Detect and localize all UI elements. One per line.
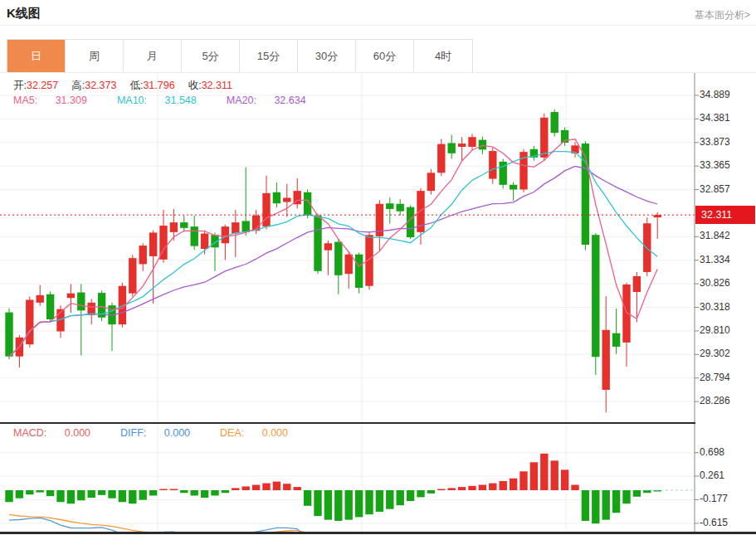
price-chart-canvas[interactable]	[0, 73, 756, 423]
last-price-badge: 32.311	[695, 206, 755, 224]
close-value: 32.311	[202, 80, 232, 91]
ma20-readout: MA20: 32.634	[227, 95, 321, 106]
candle-body	[201, 234, 208, 249]
macd-bar	[129, 490, 136, 503]
candle-body	[242, 221, 250, 231]
macd-bar	[582, 490, 589, 521]
period-tabs: 日周月5分15分30分60分4时	[7, 39, 473, 73]
open-label: 开:	[13, 80, 27, 91]
ma5-line	[9, 139, 657, 357]
candle-body	[191, 226, 198, 246]
candle-body	[67, 294, 75, 299]
tab-week[interactable]: 周	[66, 40, 124, 72]
macd-bar	[262, 484, 270, 490]
candle-body	[540, 118, 548, 158]
macd-bar	[159, 489, 167, 491]
macd-bar	[324, 490, 332, 520]
candle-body	[448, 143, 456, 153]
macd-bar	[232, 488, 239, 490]
macd-bar	[304, 490, 311, 506]
macd-bar	[16, 490, 23, 499]
candle-body	[129, 258, 136, 293]
axis-tick-label: 33.873	[700, 136, 730, 148]
tab-month[interactable]: 月	[124, 40, 182, 72]
close-label: 收:	[188, 80, 202, 91]
low-value: 31.796	[143, 80, 174, 91]
candle-body	[180, 222, 188, 228]
tab-5min[interactable]: 5分	[182, 40, 240, 72]
high-label: 高:	[71, 80, 85, 91]
macd-bar	[612, 490, 620, 513]
open-value: 32.257	[27, 80, 58, 91]
candle-body	[283, 197, 290, 202]
macd-bar	[119, 490, 126, 502]
candle-body	[612, 333, 620, 347]
macd-bar	[139, 490, 147, 500]
high-value: 32.373	[85, 80, 116, 91]
macd-chart-canvas[interactable]	[0, 424, 756, 532]
macd-bar	[448, 488, 456, 490]
macd-bar	[294, 487, 301, 490]
tab-4hour[interactable]: 4时	[414, 40, 472, 72]
candle-body	[633, 276, 641, 292]
candle-body	[397, 204, 404, 212]
macd-bar	[479, 485, 486, 490]
macd-bar	[622, 490, 630, 503]
macd-bar	[67, 490, 75, 503]
ma20-line	[9, 167, 657, 357]
macd-bar	[540, 454, 548, 490]
macd-bar	[510, 479, 517, 490]
axis-tick-label: -0.177	[700, 493, 728, 504]
candle-body	[345, 255, 353, 274]
macd-bar	[376, 490, 383, 512]
tab-day[interactable]: 日	[7, 40, 66, 72]
macd-bar	[602, 490, 610, 520]
macd-bar	[149, 490, 157, 495]
macd-bar	[108, 490, 115, 499]
candle-body	[602, 330, 610, 390]
axis-tick-label: 30.826	[700, 277, 730, 289]
candle-body	[37, 295, 44, 303]
macd-value-readout: MACD: 0.000	[13, 427, 105, 439]
kline-page: K线图 基本面分析> 日周月5分15分30分60分4时 开:32.257高:32…	[0, 0, 756, 535]
axis-tick-label: 33.365	[700, 159, 730, 171]
axis-tick-label: 32.857	[700, 183, 730, 195]
candle-body	[622, 285, 630, 343]
axis-tick-label: 0.698	[700, 446, 724, 458]
macd-readout: MACD: 0.000DIFF: 0.000DEA: 0.000	[13, 427, 318, 439]
macd-bar	[56, 490, 64, 502]
macd-bar	[5, 490, 12, 502]
macd-bar	[170, 489, 178, 491]
macd-bar	[37, 490, 44, 493]
candle-body	[510, 185, 517, 190]
candle-body	[551, 112, 558, 133]
axis-tick-label: 34.889	[700, 89, 730, 100]
macd-bar	[98, 490, 105, 495]
fundamental-analysis-link[interactable]: 基本面分析>	[695, 8, 750, 22]
diff-line	[9, 518, 657, 532]
macd-bar	[273, 482, 280, 490]
macd-bar	[242, 486, 250, 490]
candle-body	[479, 140, 486, 150]
candle-body	[5, 313, 12, 357]
candle-body	[468, 137, 476, 147]
macd-bar	[561, 469, 568, 490]
low-label: 低:	[129, 80, 143, 91]
macd-bar	[88, 490, 95, 498]
ma10-line	[9, 152, 657, 357]
tab-15min[interactable]: 15分	[240, 40, 298, 72]
ma5-readout: MA5: 31.309	[13, 95, 102, 106]
axis-tick-label: 29.302	[700, 348, 730, 359]
tab-30min[interactable]: 30分	[298, 40, 356, 72]
tab-60min[interactable]: 60分	[356, 40, 414, 72]
axis-tick-label: 0.261	[700, 469, 724, 481]
macd-bar	[592, 490, 599, 523]
macd-bar	[633, 490, 641, 497]
macd-bar	[427, 490, 435, 494]
macd-bar	[345, 490, 353, 520]
macd-bar	[551, 460, 558, 490]
axis-tick-label: 28.794	[700, 372, 730, 383]
candle-body	[222, 226, 229, 243]
candle-body	[427, 173, 435, 191]
candle-body	[314, 216, 321, 271]
